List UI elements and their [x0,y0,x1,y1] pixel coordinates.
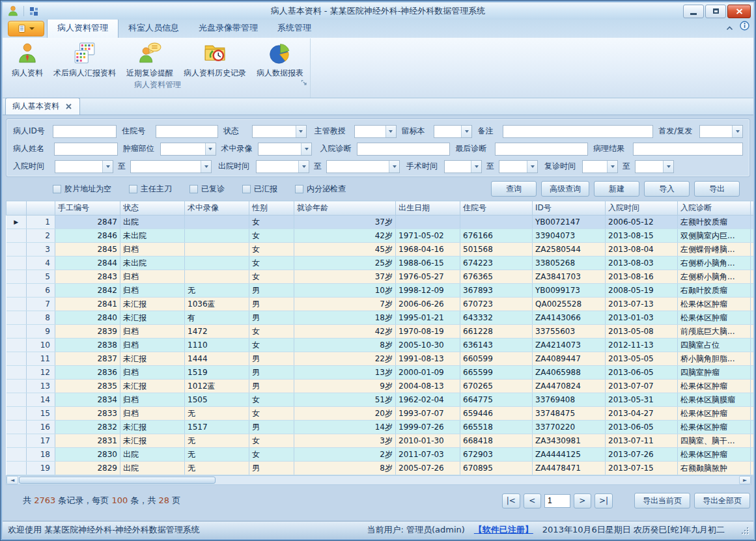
remark-input[interactable] [503,125,654,138]
filter-checkbox[interactable]: 已复诊 [189,184,225,195]
table-row[interactable]: 152833归档无女20岁1993-07-0765944633748475201… [7,407,754,421]
status-select[interactable] [252,125,307,138]
table-row[interactable]: 182830出院无女2岁2011-07-03672903ZA4444125201… [7,448,754,462]
column-header[interactable]: ID号 [533,201,606,215]
followup-reminder-button[interactable]: 近期复诊提醒 [121,38,178,79]
patient-report-chart-button[interactable]: 病人数据报表 [251,38,309,79]
chevron-down-icon[interactable] [527,161,537,173]
next-page-button[interactable]: > [574,493,591,508]
checkbox-box-icon[interactable] [242,185,251,193]
table-row[interactable]: 132835未汇报1012蓝男9岁2004-08-13670265ZA44708… [7,380,754,393]
column-header[interactable]: 入院时间 [606,201,678,215]
quick-access-layout-icon[interactable] [29,6,39,16]
discharge-time-from-select[interactable] [256,160,309,173]
admission-no-input[interactable] [156,125,218,138]
surgery-time-to-select[interactable] [499,160,538,173]
filter-checkbox[interactable]: 已汇报 [242,184,277,195]
collapse-ribbon-icon[interactable] [726,21,733,33]
chevron-down-icon[interactable] [607,161,617,173]
maximize-button[interactable] [705,5,726,18]
checkbox-box-icon[interactable] [129,185,137,193]
scrollbar-thumb[interactable] [19,477,216,484]
patient-data-button[interactable]: 病人资料 [7,38,48,79]
professor-select[interactable] [354,125,397,138]
postop-report-button[interactable]: 术后病人汇报资料 [48,38,121,79]
column-header[interactable]: 手术时间 [751,201,754,215]
table-row[interactable]: 72841未汇报1036蓝男7岁2006-06-26670723QA002552… [7,298,754,311]
last-page-button[interactable]: >| [595,493,613,508]
tumor-site-select[interactable] [160,143,216,156]
close-button[interactable] [727,5,751,18]
checkbox-box-icon[interactable] [53,185,61,193]
column-header[interactable]: 性别 [249,201,294,215]
column-header[interactable]: 状态 [120,201,185,215]
chevron-down-icon[interactable] [201,161,211,173]
first-recur-select[interactable] [699,125,743,138]
patient-name-input[interactable] [54,143,118,156]
column-header[interactable]: 住院号 [460,201,533,215]
admission-diagnosis-input[interactable] [357,143,450,156]
export-all-pages-button[interactable]: 导出全部页 [694,493,750,508]
filter-checkbox[interactable]: 内分泌检查 [295,184,346,195]
table-row[interactable]: 112837未汇报1444男22岁1991-08-13660599ZA40894… [7,352,754,366]
column-header[interactable]: 就诊年龄 [294,201,396,215]
tab-patient-basic-data[interactable]: 病人基本资料 [5,98,80,115]
column-header[interactable]: 入院诊断 [678,201,751,215]
chevron-down-icon[interactable] [471,161,481,173]
action-button[interactable]: 高级查询 [541,181,589,197]
ribbon-tab-disc-video[interactable]: 光盘录像带管理 [189,19,268,38]
minimize-button[interactable] [683,5,704,18]
table-row[interactable]: 92839归档1472女42岁1970-08-19661228337556032… [7,325,754,339]
intraop-video-select[interactable] [258,143,312,156]
table-row[interactable]: 22846未出院女42岁1971-05-02676166339040732013… [7,229,754,243]
horizontal-scrollbar[interactable]: ◄ ► [6,475,751,485]
action-button[interactable]: 新建 [594,181,639,197]
table-row[interactable]: 122836归档1519男13岁2000-01-09665599ZA406598… [7,366,754,380]
chevron-down-icon[interactable] [102,161,113,173]
ribbon-tab-patient-management[interactable]: 病人资料管理 [47,18,119,38]
checkbox-box-icon[interactable] [189,185,198,193]
scroll-left-icon[interactable]: ◄ [7,476,18,484]
ribbon-tab-staff-info[interactable]: 科室人员信息 [119,19,189,38]
table-row[interactable]: 192829出院无男8岁2005-07-26670895ZA4478471201… [7,462,754,475]
chevron-down-icon[interactable] [389,161,399,173]
chevron-down-icon[interactable] [301,143,311,155]
action-button[interactable]: 查询 [491,181,537,197]
application-menu-button[interactable] [8,21,44,36]
chevron-down-icon[interactable] [732,126,742,137]
table-row[interactable]: 42844未出院女25岁1988-06-15674223338052682013… [7,257,754,270]
followup-time-from-select[interactable] [582,160,618,173]
patient-history-button[interactable]: 病人资料历史记录 [178,38,251,79]
table-row[interactable]: 32845归档女45岁1968-04-16501568ZA25805442013… [7,243,754,257]
chevron-down-icon[interactable] [298,161,309,173]
surgery-time-from-select[interactable] [444,160,482,173]
final-diagnosis-input[interactable] [495,143,588,156]
chevron-down-icon[interactable] [296,126,306,137]
followup-time-to-select[interactable] [635,160,674,173]
export-current-page-button[interactable]: 导出当前页 [634,493,690,508]
chevron-down-icon[interactable] [663,161,673,173]
chevron-down-icon[interactable] [385,126,396,137]
close-tab-icon[interactable] [66,102,72,111]
info-icon[interactable] [740,21,749,33]
table-row[interactable]: ▶12847出院女37岁YB00721472006-05-12左额叶胶质瘤200… [7,215,754,229]
page-number-input[interactable] [544,494,570,508]
ribbon-tab-system[interactable]: 系统管理 [268,19,321,38]
table-row[interactable]: 82840未汇报有男18岁1995-01-21643332ZA414306620… [7,311,754,325]
specimen-select[interactable] [434,125,472,138]
column-header[interactable]: 手工编号 [55,201,120,215]
resize-grip-icon[interactable] [740,526,748,534]
chevron-down-icon[interactable] [461,126,471,137]
prev-page-button[interactable]: < [524,493,541,508]
table-row[interactable]: 62842归档无男10岁1998-12-09367893YB0099173200… [7,284,754,298]
filter-checkbox[interactable]: 胶片地址为空 [53,184,111,195]
action-button[interactable]: 导入 [644,181,690,197]
table-row[interactable]: 52843归档女37岁1976-05-27676365ZA38417032013… [7,270,754,284]
software-registered-link[interactable]: 【软件已注册】 [474,524,533,536]
admission-time-to-select[interactable] [130,160,212,173]
table-row[interactable]: 162832未汇报1517男14岁1999-07-266655183377022… [7,421,754,434]
first-page-button[interactable]: |< [502,493,520,508]
scrollbar-track[interactable] [216,476,739,484]
table-row[interactable]: 172831未汇报无女3岁2010-01-30668418ZA343098120… [7,434,754,448]
table-row[interactable]: 142834归档1505女51岁1962-02-0466477533769408… [7,393,754,407]
